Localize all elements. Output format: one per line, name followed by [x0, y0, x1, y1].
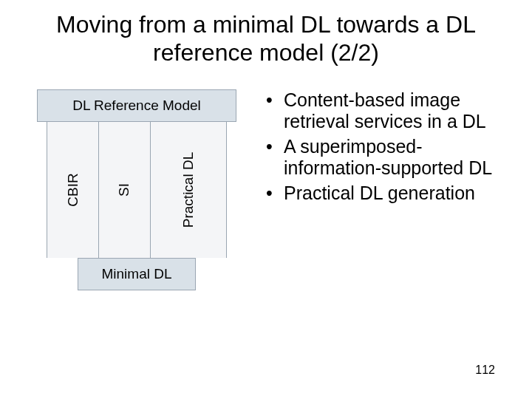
page-number: 112	[475, 364, 495, 377]
bullet-item: Practical DL generation	[266, 183, 510, 205]
diagram-pillar-si: SI	[99, 122, 151, 258]
diagram-minimal-dl-box: Minimal DL	[78, 258, 196, 290]
bullet-list: Content-based image retrieval services i…	[266, 89, 510, 290]
bullet-item: A superimposed-information-supported DL	[266, 136, 510, 180]
diagram-pillar-practical-dl: Practical DL	[151, 122, 227, 258]
diagram-pillar-cbir: CBIR	[47, 122, 99, 258]
diagram: DL Reference Model CBIR SI Practical DL …	[22, 89, 251, 290]
diagram-reference-model-box: DL Reference Model	[37, 89, 236, 122]
diagram-pillars: CBIR SI Practical DL	[47, 122, 227, 258]
pillar-label: CBIR	[64, 173, 81, 206]
slide-title: Moving from a minimal DL towards a DL re…	[0, 0, 532, 75]
pillar-label: Practical DL	[180, 152, 197, 228]
slide-content: DL Reference Model CBIR SI Practical DL …	[0, 75, 532, 290]
bullet-item: Content-based image retrieval services i…	[266, 89, 510, 133]
pillar-label: SI	[116, 183, 132, 197]
